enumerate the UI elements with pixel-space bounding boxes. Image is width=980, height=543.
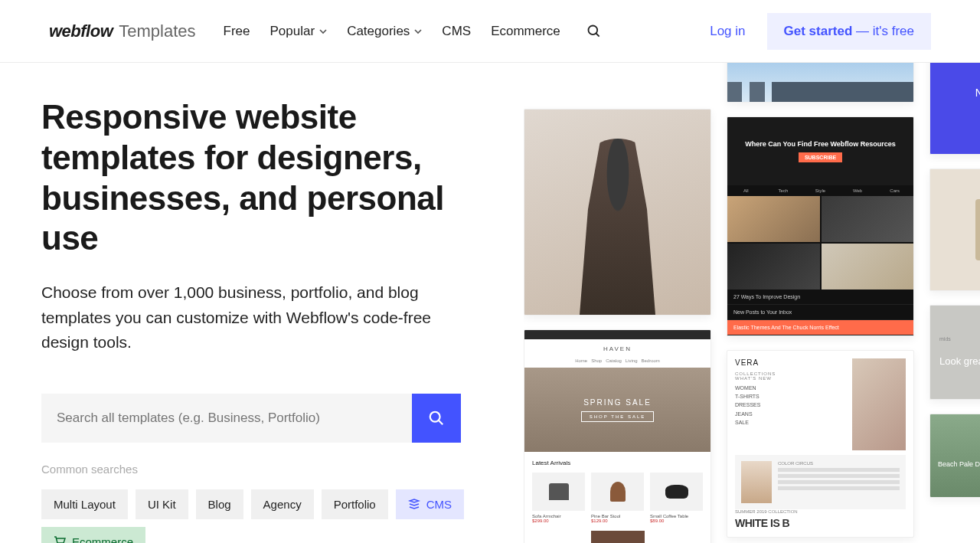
search-input[interactable]: [41, 394, 412, 443]
search-button[interactable]: [412, 394, 461, 443]
nav-categories-label: Categories: [347, 24, 410, 39]
common-searches-label: Common searches: [41, 463, 501, 476]
template-hero-text: Where Can You Find Free Webflow Resource…: [735, 140, 906, 148]
header: webflow Templates Free Popular Categorie…: [0, 0, 980, 63]
header-right: Log in Get started — it's free: [710, 13, 931, 50]
nav-popular[interactable]: Popular: [270, 24, 328, 39]
template-card[interactable]: Where Can You Find Free Webflow Resource…: [727, 116, 914, 336]
template-card[interactable]: VERA COLLECTIONS WHAT'S NEW WOMEN T-SHIR…: [727, 350, 914, 538]
svg-point-2: [430, 412, 440, 422]
nav-free[interactable]: Free: [224, 24, 250, 39]
gallery-col-1: HAVEN Home Shop Catalog Living Bedroom S…: [524, 109, 711, 543]
main-nav: Free Popular Categories CMS Ecommerce: [224, 24, 602, 39]
cta-sub: — it's free: [852, 24, 914, 38]
template-gallery: HAVEN Home Shop Catalog Living Bedroom S…: [524, 63, 980, 543]
brand-subtitle: Templates: [119, 21, 195, 41]
template-title: HAVEN: [524, 339, 710, 358]
cta-main: Get started: [784, 24, 853, 38]
chevron-down-icon: [319, 28, 327, 35]
nav-cms[interactable]: CMS: [442, 24, 471, 39]
nav-popular-label: Popular: [270, 24, 315, 39]
tag-multi-layout[interactable]: Multi Layout: [41, 489, 128, 519]
tag-cms[interactable]: CMS: [396, 489, 464, 519]
tag-ui-kit[interactable]: UI Kit: [136, 489, 188, 519]
gallery-col-3: Nebo is S mids Look great with our d Bea…: [929, 63, 980, 498]
svg-line-3: [439, 420, 443, 425]
tag-ecommerce[interactable]: Ecommerce: [41, 527, 145, 543]
search-icon[interactable]: [586, 24, 602, 39]
get-started-button[interactable]: Get started — it's free: [767, 13, 931, 50]
brand[interactable]: webflow Templates: [49, 21, 196, 41]
tag-portfolio[interactable]: Portfolio: [322, 489, 388, 519]
page-lead: Choose from over 1,000 business, portfol…: [41, 280, 470, 355]
svg-point-0: [588, 25, 597, 34]
template-card[interactable]: [524, 109, 711, 316]
template-card[interactable]: [929, 168, 980, 291]
template-section-title: Latest Arrivals: [532, 460, 703, 466]
chevron-down-icon: [414, 28, 422, 35]
template-card[interactable]: Nebo is S: [929, 63, 980, 155]
login-link[interactable]: Log in: [710, 24, 745, 39]
template-hero-cta: SHOP THE SALE: [581, 411, 654, 422]
main: Responsive website templates for designe…: [0, 63, 980, 543]
page-title: Responsive website templates for designe…: [41, 97, 501, 259]
hero-section: Responsive website templates for designe…: [41, 63, 501, 543]
search-row: [41, 394, 461, 443]
template-card[interactable]: [727, 63, 914, 103]
stack-icon: [408, 499, 420, 509]
cart-icon: [54, 536, 66, 543]
template-hero-text: SPRING SALE: [583, 398, 652, 407]
tag-agency[interactable]: Agency: [251, 489, 314, 519]
tag-cms-label: CMS: [426, 498, 452, 511]
template-card[interactable]: Beach Pale Dress: [929, 414, 980, 498]
template-card[interactable]: mids Look great with our d: [929, 305, 980, 400]
list-item: Elastic Themes And The Chuck Norris Effe…: [727, 320, 913, 335]
tag-blog[interactable]: Blog: [196, 489, 243, 519]
template-card[interactable]: HAVEN Home Shop Catalog Living Bedroom S…: [524, 329, 711, 543]
logo: webflow: [49, 21, 113, 41]
tag-ecommerce-label: Ecommerce: [72, 535, 133, 543]
list-item: New Posts to Your Inbox: [727, 305, 913, 320]
nav-ecommerce[interactable]: Ecommerce: [491, 24, 560, 39]
list-item: 27 Ways To Improve Design: [727, 289, 913, 305]
tag-list: Multi Layout UI Kit Blog Agency Portfoli…: [41, 489, 470, 543]
gallery-col-2: Where Can You Find Free Webflow Resource…: [727, 63, 914, 538]
nav-categories[interactable]: Categories: [347, 24, 422, 39]
template-hero-text: Nebo is S: [939, 87, 980, 99]
search-icon: [428, 410, 445, 427]
svg-line-1: [596, 33, 599, 36]
